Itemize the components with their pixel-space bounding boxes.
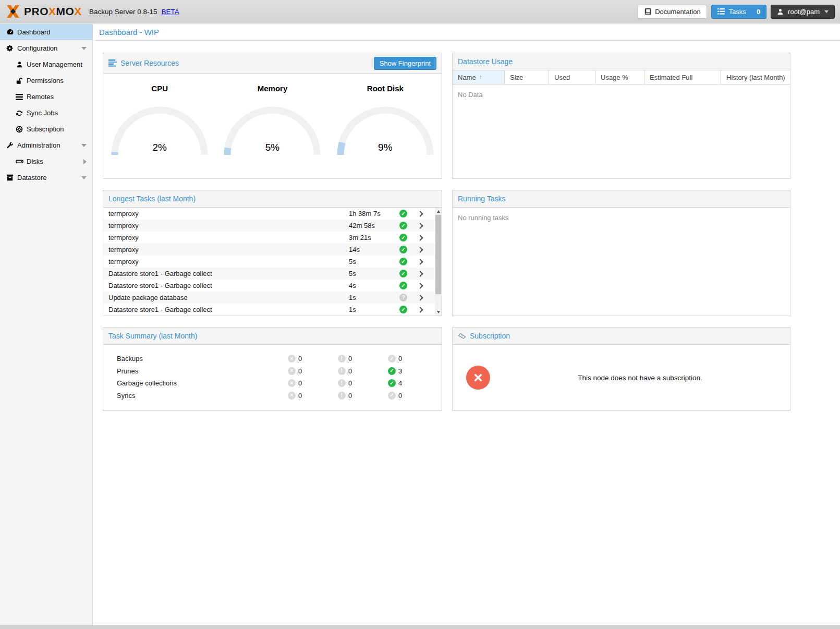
error-count: 0 (298, 367, 302, 375)
refresh-icon (15, 109, 23, 117)
task-row[interactable]: termproxy 14s ✓ (103, 244, 435, 256)
chevron-right-icon[interactable] (417, 259, 423, 264)
error-count-icon: × (288, 355, 296, 362)
task-summary-rows: Backups ×0 !0 ✓0 Prunes ×0 !0 ✓3 Garbage… (103, 345, 442, 402)
warning-count-icon: ! (338, 367, 346, 375)
scroll-up-button[interactable] (435, 208, 442, 215)
status-ok-icon: ✓ (399, 306, 407, 313)
column-header-size[interactable]: Size (505, 70, 549, 84)
resource-gauge: Root Disk 9% (329, 84, 442, 156)
task-summary-panel: Task Summary (last Month) Backups ×0 !0 … (103, 327, 442, 411)
sidebar-item-dashboard[interactable]: Dashboard (0, 24, 92, 40)
triangle-up-icon (437, 210, 440, 213)
running-tasks-empty-text: No running tasks (453, 208, 790, 228)
status-ok-icon: ✓ (399, 282, 407, 289)
warning-count-icon: ! (338, 392, 346, 400)
longest-tasks-list: termproxy 1h 38m 7s ✓ termproxy 42m 58s … (103, 208, 435, 316)
product-version: Backup Server 0.8-15 (89, 8, 157, 16)
sidebar-item-sync-jobs[interactable]: Sync Jobs (0, 105, 92, 121)
ok-count: 0 (398, 392, 402, 400)
error-count: 0 (298, 392, 302, 400)
subscription-title: Subscription (458, 332, 510, 340)
summary-row: Garbage collections ×0 !0 ✓4 (103, 377, 442, 390)
chevron-right-icon[interactable] (417, 295, 423, 300)
gauge-value: 2% (110, 142, 209, 153)
sidebar-item-administration[interactable]: Administration (0, 137, 92, 153)
datastore-table-header: Name↑ Size Used Usage % Estimated Full H… (453, 70, 790, 84)
hdd-icon (15, 158, 23, 166)
chevron-right-icon[interactable] (417, 223, 423, 228)
ok-count: 3 (398, 367, 402, 375)
sidebar-item-datastore[interactable]: Datastore (0, 170, 92, 186)
task-row[interactable]: termproxy 5s ✓ (103, 256, 435, 268)
scroll-down-button[interactable] (435, 308, 442, 316)
proxmox-logo-icon (5, 4, 21, 19)
task-row[interactable]: Datastore store1 - Garbage collect 5s ✓ (103, 268, 435, 280)
task-row[interactable]: Update package database 1s ? (103, 292, 435, 304)
resource-gauge: CPU 2% (103, 84, 216, 156)
datastore-usage-panel: Datastore Usage Name↑ Size Used Usage % … (452, 53, 790, 179)
column-header-name[interactable]: Name↑ (453, 70, 505, 84)
brand-logo-text: PROXMOX (24, 5, 82, 18)
collapse-arrow-icon[interactable] (81, 47, 87, 50)
chevron-right-icon[interactable] (417, 271, 423, 276)
column-header-history-last-month-[interactable]: History (last Month) (721, 70, 790, 84)
page-title: Dashboard - WIP (99, 28, 159, 37)
sidebar-item-remotes[interactable]: Remotes (0, 89, 92, 105)
subscription-panel: Subscription × This node does not have a… (452, 327, 790, 411)
column-header-usage-[interactable]: Usage % (595, 70, 644, 84)
tachometer-icon (6, 28, 14, 37)
sidebar-item-configuration[interactable]: Configuration (0, 40, 92, 56)
chevron-right-icon[interactable] (417, 235, 423, 240)
longest-tasks-panel: Longest Tasks (last Month) termproxy 1h … (103, 190, 442, 316)
tasks-button[interactable]: Tasks 0 (711, 5, 766, 19)
scrollbar-thumb[interactable] (435, 215, 441, 294)
list-bars-icon (15, 93, 23, 101)
subscription-message: This node does not have a subscription. (490, 374, 790, 382)
status-ok-icon: ✓ (399, 270, 407, 277)
page-title-bar: Dashboard - WIP (93, 24, 840, 41)
ok-count-icon: ✓ (388, 379, 396, 387)
error-count: 0 (298, 355, 302, 362)
summary-row: Prunes ×0 !0 ✓3 (103, 365, 442, 378)
triangle-down-icon (437, 311, 440, 313)
tasks-list-icon (717, 8, 725, 15)
datastore-usage-title: Datastore Usage (458, 57, 513, 66)
task-summary-title: Task Summary (last Month) (108, 332, 197, 340)
sidebar-item-user-management[interactable]: User Management (0, 56, 92, 72)
chevron-right-icon[interactable] (417, 211, 423, 216)
book-icon (644, 8, 651, 15)
chevron-right-icon[interactable] (417, 247, 423, 252)
beta-link[interactable]: BETA (161, 8, 179, 16)
resource-gauges: CPU 2% Memory 5% (103, 74, 442, 156)
error-count-icon: × (288, 367, 296, 375)
warning-count-icon: ! (338, 355, 346, 362)
ok-count-icon: ✓ (388, 367, 396, 375)
show-fingerprint-button[interactable]: Show Fingerprint (374, 57, 436, 70)
column-header-used[interactable]: Used (549, 70, 595, 84)
expand-arrow-icon[interactable] (83, 159, 87, 164)
scrollbar[interactable] (435, 208, 442, 316)
status-ok-icon: ✓ (399, 234, 407, 241)
task-row[interactable]: Datastore store1 - Garbage collect 4s ✓ (103, 280, 435, 292)
ok-count: 0 (398, 355, 402, 362)
task-row[interactable]: termproxy 3m 21s ✓ (103, 232, 435, 244)
sidebar-item-subscription[interactable]: Subscription (0, 121, 92, 137)
chevron-right-icon[interactable] (417, 283, 423, 288)
task-row[interactable]: Datastore store1 - Garbage collect 1s ✓ (103, 304, 435, 316)
task-row[interactable]: termproxy 1h 38m 7s ✓ (103, 208, 435, 220)
documentation-button[interactable]: Documentation (638, 5, 707, 19)
collapse-arrow-icon[interactable] (81, 144, 87, 147)
running-tasks-title: Running Tasks (458, 195, 506, 203)
summary-row: Backups ×0 !0 ✓0 (103, 353, 442, 365)
server-resources-title: Server Resources (108, 59, 179, 67)
task-row[interactable]: termproxy 42m 58s ✓ (103, 220, 435, 232)
column-header-estimated-full[interactable]: Estimated Full (644, 70, 721, 84)
sidebar-item-permissions[interactable]: Permissions (0, 72, 92, 89)
chevron-right-icon[interactable] (417, 307, 423, 312)
status-ok-icon: ✓ (399, 210, 407, 217)
status-ok-icon: ✓ (399, 246, 407, 253)
user-menu-button[interactable]: root@pam (771, 5, 835, 19)
sidebar-item-disks[interactable]: Disks (0, 153, 92, 170)
collapse-arrow-icon[interactable] (81, 176, 87, 179)
